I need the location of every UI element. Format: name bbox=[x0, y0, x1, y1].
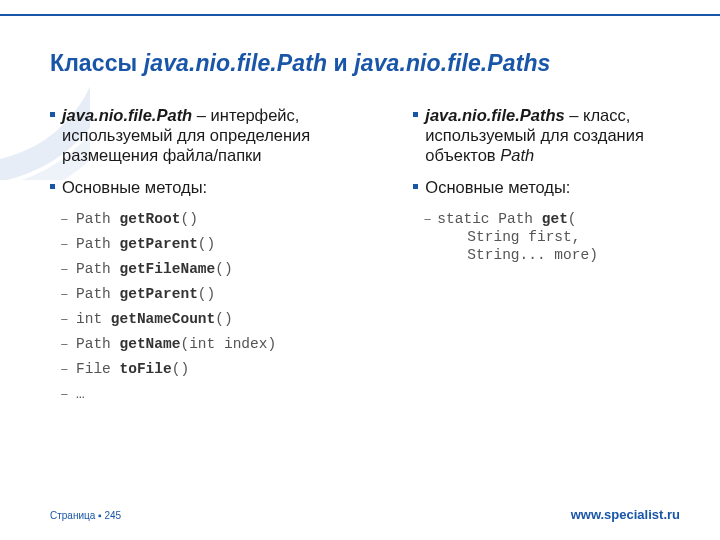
title-class-1: java.nio.file.Path bbox=[144, 50, 327, 76]
page-indicator: Страница ▪ 245 bbox=[50, 510, 121, 521]
list-item: … bbox=[50, 385, 383, 403]
list-item: int getNameCount() bbox=[50, 310, 383, 328]
title-class-2: java.nio.file.Paths bbox=[354, 50, 550, 76]
right-intro-lead: java.nio.file.Paths bbox=[425, 106, 564, 124]
list-item: Path getParent() bbox=[50, 235, 383, 253]
page-number: 245 bbox=[104, 510, 121, 521]
slide-title: Классы java.nio.file.Path и java.nio.fil… bbox=[50, 50, 680, 77]
right-intro-rest-ital: Path bbox=[500, 146, 534, 164]
columns: java.nio.file.Path – интерфейс, использу… bbox=[50, 105, 680, 411]
left-intro-lead: java.nio.file.Path bbox=[62, 106, 192, 124]
right-methods-label: Основные методы: bbox=[413, 177, 680, 197]
left-method-list: Path getRoot() Path getParent() Path get… bbox=[50, 210, 383, 404]
slide: Классы java.nio.file.Path и java.nio.fil… bbox=[0, 0, 720, 540]
list-item: static Path get( String first, String...… bbox=[413, 210, 680, 264]
page-label: Страница bbox=[50, 510, 95, 521]
right-column: java.nio.file.Paths – класс, используемы… bbox=[413, 105, 680, 411]
list-item: Path getRoot() bbox=[50, 210, 383, 228]
left-methods-label: Основные методы: bbox=[50, 177, 383, 197]
list-item: Path getName(int index) bbox=[50, 335, 383, 353]
slide-footer: Страница ▪ 245 www.specialist.ru bbox=[50, 507, 680, 522]
left-column: java.nio.file.Path – интерфейс, использу… bbox=[50, 105, 383, 411]
right-method-list: static Path get( String first, String...… bbox=[413, 210, 680, 264]
list-item: Path getFileName() bbox=[50, 260, 383, 278]
list-item: Path getParent() bbox=[50, 285, 383, 303]
title-prefix: Классы bbox=[50, 50, 144, 76]
list-item: File toFile() bbox=[50, 360, 383, 378]
footer-url: www.specialist.ru bbox=[571, 507, 680, 522]
right-intro: java.nio.file.Paths – класс, используемы… bbox=[413, 105, 680, 165]
title-connector: и bbox=[327, 50, 354, 76]
left-intro: java.nio.file.Path – интерфейс, использу… bbox=[50, 105, 383, 165]
